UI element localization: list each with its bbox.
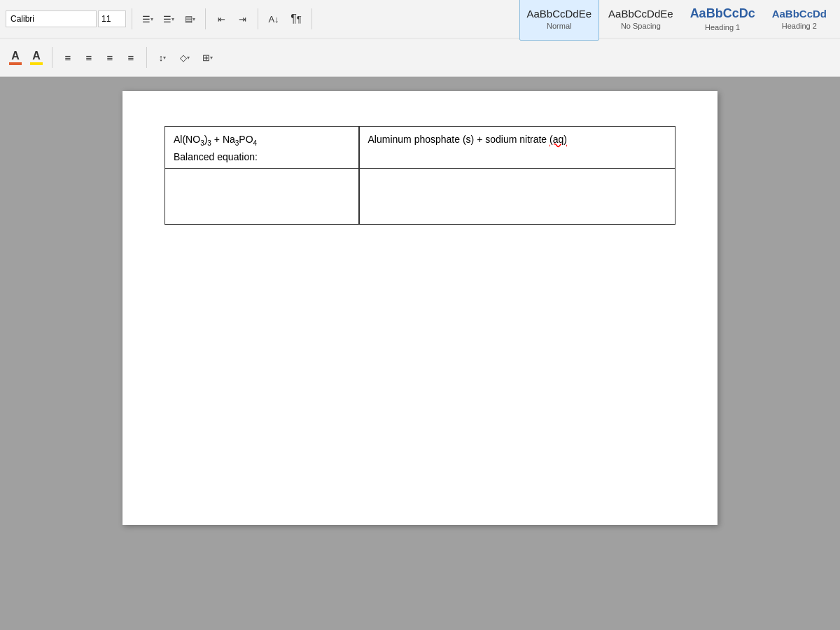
highlight-color-bar (30, 62, 43, 65)
style-no-spacing[interactable]: AaBbCcDdEe No Spacing (601, 0, 681, 41)
paragraph-mark-btn[interactable]: ¶ (286, 9, 306, 29)
ribbon-top-row: ☰ ▾ ☰ ▾ ▤ ▾ ⇤ ⇥ (0, 0, 840, 38)
chemistry-table: Al(NO3)3 + Na3PO4 Balanced equation: Alu… (164, 126, 676, 225)
sub-3b: 3 (207, 139, 211, 147)
alignment-group: ≡ ≡ ≡ ≡ (58, 48, 141, 67)
numbering-dropdown-arrow: ▾ (172, 16, 174, 22)
sort-icon (268, 14, 279, 24)
multilevel-icon: ▤ (185, 14, 192, 24)
decrease-indent-btn[interactable]: ⇤ (211, 9, 231, 29)
font-color-bar (9, 62, 22, 65)
balanced-equation-label: Balanced equation: (174, 151, 350, 162)
align-left-icon: ≡ (65, 52, 71, 64)
sub-3c: 3 (235, 139, 239, 147)
decrease-indent-icon: ⇤ (218, 14, 225, 24)
justify-icon: ≡ (128, 52, 134, 64)
style-heading1[interactable]: AaBbCcDc Heading 1 (682, 0, 763, 41)
align-right-btn[interactable]: ≡ (100, 48, 120, 67)
separator-3 (258, 8, 258, 29)
aq-underline: (aq) (550, 134, 567, 145)
increase-indent-icon: ⇥ (239, 14, 246, 24)
borders-dropdown: ▾ (210, 55, 213, 61)
line-spacing-dropdown: ▾ (163, 55, 166, 61)
style-heading2-label: Heading 2 (782, 22, 817, 30)
sub-4: 4 (253, 139, 258, 147)
bullets-btn[interactable]: ☰ ▾ (138, 9, 158, 29)
numbering-btn[interactable]: ☰ ▾ (159, 9, 178, 29)
chemical-formula: Al(NO3)3 + Na3PO4 (174, 132, 350, 148)
style-no-spacing-label: No Spacing (621, 22, 661, 30)
font-group (6, 10, 126, 27)
shading-dropdown: ▾ (187, 55, 190, 61)
separator-1 (132, 8, 132, 29)
line-spacing-btn[interactable]: ↕ ▾ (153, 48, 172, 67)
align-center-btn[interactable]: ≡ (79, 48, 99, 67)
style-no-spacing-sample: AaBbCcDdEe (608, 8, 673, 20)
indent-group: ⇤ ⇥ (211, 9, 252, 29)
multilevel-btn[interactable]: ▤ ▾ (180, 9, 200, 29)
ribbon: ☰ ▾ ☰ ▾ ▤ ▾ ⇤ ⇥ (0, 0, 840, 77)
justify-btn[interactable]: ≡ (121, 48, 141, 67)
separator-2 (205, 8, 206, 29)
table-cell-bottom-right[interactable] (359, 168, 676, 224)
font-color-btn[interactable]: A (6, 48, 25, 67)
font-color-group: A A (6, 48, 46, 67)
sort-btn[interactable] (264, 9, 284, 29)
document-area: Al(NO3)3 + Na3PO4 Balanced equation: Alu… (0, 77, 840, 630)
style-heading2[interactable]: AaBbCcDd Heading 2 (764, 0, 834, 41)
numbering-icon: ☰ (163, 14, 172, 24)
bullets-icon: ☰ (142, 14, 150, 24)
style-normal[interactable]: AaBbCcDdEe Normal (519, 0, 600, 41)
list-group-top: ☰ ▾ ☰ ▾ ▤ ▾ (138, 9, 200, 29)
align-left-btn[interactable]: ≡ (58, 48, 78, 67)
align-center-icon: ≡ (86, 52, 92, 64)
align-right-icon: ≡ (107, 52, 113, 64)
style-normal-sample: AaBbCcDdEe (527, 8, 592, 20)
highlight-a-letter: A (32, 50, 41, 62)
highlight-color-btn[interactable]: A (27, 48, 46, 67)
shading-btn[interactable]: ◇ ▾ (175, 48, 195, 67)
ribbon-bottom-row: A A ≡ ≡ ≡ ≡ ↕ (0, 38, 840, 76)
separator-5 (52, 47, 52, 68)
increase-indent-btn[interactable]: ⇥ (232, 9, 252, 29)
borders-icon: ⊞ (202, 52, 210, 63)
style-heading1-label: Heading 1 (705, 23, 740, 31)
style-gallery: AaBbCcDdEe Normal AaBbCcDdEe No Spacing … (519, 0, 835, 41)
table-cell-bottom-left[interactable] (165, 168, 359, 224)
style-heading1-sample: AaBbCcDc (690, 6, 755, 22)
font-size-input[interactable] (98, 10, 126, 27)
table-cell-reactants[interactable]: Al(NO3)3 + Na3PO4 Balanced equation: (165, 127, 359, 169)
table-row-bottom (165, 168, 676, 224)
table-row-top: Al(NO3)3 + Na3PO4 Balanced equation: Alu… (165, 127, 676, 169)
table-cell-products[interactable]: Aluminum phosphate (s) + sodium nitrate … (359, 127, 676, 169)
bullets-dropdown-arrow: ▾ (150, 16, 153, 22)
document-page: Al(NO3)3 + Na3PO4 Balanced equation: Alu… (122, 91, 718, 525)
borders-btn[interactable]: ⊞ ▾ (197, 48, 217, 67)
sub-3: 3 (200, 139, 204, 147)
shading-icon: ◇ (180, 52, 187, 63)
separator-6 (146, 47, 147, 68)
multilevel-dropdown-arrow: ▾ (192, 16, 195, 22)
paragraph-mark-icon: ¶ (290, 13, 302, 25)
products-text: Aluminum phosphate (s) + sodium nitrate … (368, 132, 666, 147)
font-name-input[interactable] (6, 10, 97, 27)
style-normal-label: Normal (547, 22, 571, 30)
style-heading2-sample: AaBbCcDd (772, 8, 827, 20)
font-a-letter: A (11, 50, 20, 62)
separator-4 (312, 8, 312, 29)
